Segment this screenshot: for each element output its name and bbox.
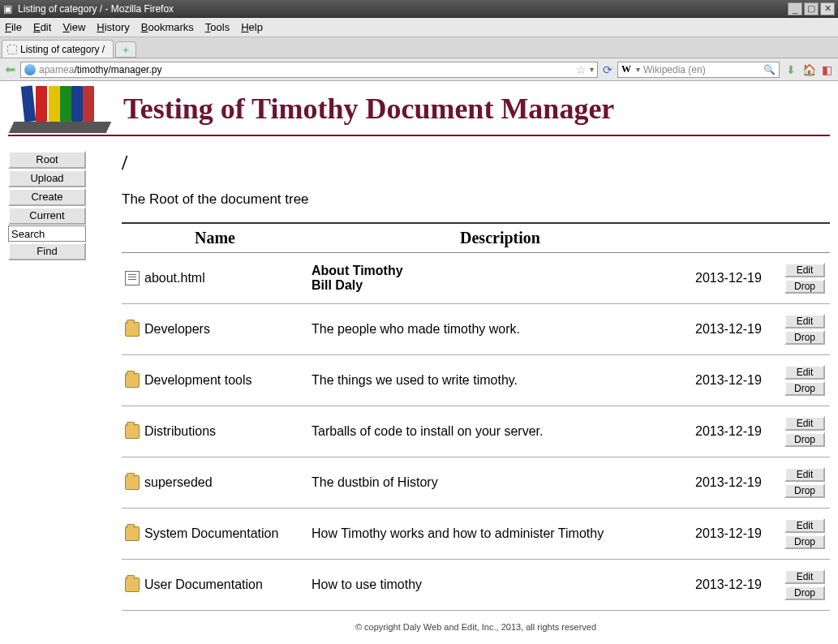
col-date — [692, 223, 781, 253]
folder-icon — [125, 577, 140, 592]
search-box[interactable]: W ▾ Wikipedia (en) 🔍 — [617, 62, 780, 78]
search-placeholder: Wikipedia (en) — [643, 64, 706, 75]
item-author: Bill Daly — [312, 278, 689, 293]
drop-button[interactable]: Drop — [784, 279, 825, 294]
edit-button[interactable]: Edit — [784, 467, 825, 482]
col-actions — [781, 223, 830, 253]
item-description: How to use timothy — [312, 577, 689, 592]
menu-tools[interactable]: Tools — [205, 21, 230, 33]
footer-copyright: © copyright Daly Web and Edit, Inc., 201… — [122, 622, 830, 632]
menu-edit[interactable]: Edit — [33, 21, 51, 33]
col-description: Description — [308, 223, 692, 253]
page-header: Testing of Timothy Document Manager — [8, 84, 830, 136]
folder-icon — [125, 322, 140, 337]
table-row: DevelopersThe people who made timothy wo… — [122, 304, 830, 355]
folder-icon — [125, 526, 140, 541]
item-description: The dustbin of History — [312, 475, 689, 490]
close-button[interactable]: ✕ — [820, 2, 835, 15]
edit-button[interactable]: Edit — [784, 263, 825, 277]
reload-button[interactable]: ⟳ — [603, 63, 612, 76]
file-icon — [125, 271, 140, 286]
tab-label: Listing of category / — [20, 44, 105, 55]
page-title: Testing of Timothy Document Manager — [123, 92, 614, 126]
folder-icon — [125, 424, 140, 439]
edit-button[interactable]: Edit — [784, 416, 825, 431]
back-button[interactable]: ⬅ — [5, 62, 15, 77]
page-favicon — [7, 45, 17, 54]
app-icon: ▣ — [3, 3, 15, 15]
menu-history[interactable]: History — [97, 21, 129, 33]
new-tab-button[interactable]: + — [115, 41, 136, 58]
upload-button[interactable]: Upload — [8, 170, 86, 187]
item-name[interactable]: System Documentation — [144, 526, 278, 541]
root-button[interactable]: Root — [8, 151, 86, 169]
drop-button[interactable]: Drop — [784, 330, 825, 345]
create-button[interactable]: Create — [8, 188, 86, 206]
category-caption: The Root of the document tree — [122, 191, 830, 208]
drop-button[interactable]: Drop — [784, 432, 825, 447]
logo-bookshelf — [11, 84, 109, 133]
item-name[interactable]: Distributions — [144, 424, 216, 439]
item-date: 2013-12-19 — [692, 560, 781, 611]
menu-help[interactable]: Help — [241, 21, 263, 33]
item-description: The people who made timothy work. — [312, 322, 689, 337]
folder-icon — [125, 373, 140, 388]
home-icon[interactable]: 🏠 — [802, 63, 815, 76]
search-input[interactable] — [8, 225, 86, 242]
current-button[interactable]: Current — [8, 207, 86, 225]
drop-button[interactable]: Drop — [784, 535, 825, 549]
edit-button[interactable]: Edit — [784, 569, 825, 584]
url-dropdown-icon[interactable]: ▾ — [590, 65, 594, 74]
menu-view[interactable]: View — [62, 21, 85, 33]
item-name[interactable]: superseded — [144, 475, 213, 490]
item-description: The things we used to write timothy. — [312, 373, 689, 388]
window-titlebar: ▣ Listing of category / - Mozilla Firefo… — [0, 0, 838, 18]
page-body: Testing of Timothy Document Manager Root… — [0, 81, 838, 640]
sidebar: Root Upload Create Current Find — [8, 151, 89, 632]
tab-bar: Listing of category / + — [0, 37, 838, 58]
url-bar[interactable]: apamea/timothy/manager.py ☆ ▾ — [20, 62, 598, 78]
site-identity-icon — [24, 64, 36, 75]
minimize-button[interactable]: _ — [788, 2, 802, 15]
edit-button[interactable]: Edit — [784, 314, 825, 328]
item-name[interactable]: about.html — [144, 271, 205, 286]
menu-bookmarks[interactable]: Bookmarks — [141, 21, 194, 33]
folder-icon — [125, 475, 140, 490]
table-row: User DocumentationHow to use timothy2013… — [122, 560, 830, 611]
bookmark-star-icon[interactable]: ☆ — [576, 63, 587, 76]
table-row: DistributionsTarballs of code to install… — [122, 406, 830, 457]
downloads-icon[interactable]: ⬇ — [784, 63, 797, 76]
drop-button[interactable]: Drop — [784, 381, 825, 396]
find-button[interactable]: Find — [8, 243, 86, 260]
edit-button[interactable]: Edit — [784, 365, 825, 380]
item-date: 2013-12-19 — [692, 509, 781, 560]
menu-bar: File Edit View History Bookmarks Tools H… — [0, 18, 838, 37]
table-row: System DocumentationHow Timothy works an… — [122, 509, 830, 560]
breadcrumb: / — [122, 151, 830, 175]
main-content: / The Root of the document tree Name Des… — [122, 151, 830, 632]
search-engine-dropdown-icon[interactable]: ▾ — [636, 65, 640, 74]
item-date: 2013-12-19 — [692, 355, 781, 406]
listing-table: Name Description about.htmlAbout Timothy… — [122, 222, 830, 611]
item-description: Tarballs of code to install on your serv… — [312, 424, 689, 439]
menu-file[interactable]: File — [5, 21, 22, 33]
addon-icon[interactable]: ◧ — [820, 63, 833, 76]
drop-button[interactable]: Drop — [784, 483, 825, 498]
table-row: about.htmlAbout TimothyBill Daly2013-12-… — [122, 253, 830, 304]
drop-button[interactable]: Drop — [784, 586, 825, 600]
item-date: 2013-12-19 — [692, 457, 781, 509]
maximize-button[interactable]: ▢ — [804, 2, 819, 15]
item-description: How Timothy works and how to administer … — [312, 526, 689, 541]
search-icon[interactable]: 🔍 — [763, 64, 776, 75]
item-description: About Timothy — [312, 264, 689, 278]
item-name[interactable]: Developers — [144, 322, 210, 337]
col-name: Name — [122, 223, 308, 253]
item-name[interactable]: User Documentation — [144, 577, 263, 592]
url-host: apamea — [39, 64, 74, 75]
item-date: 2013-12-19 — [692, 406, 781, 457]
item-name[interactable]: Development tools — [144, 373, 252, 388]
tab-current[interactable]: Listing of category / — [2, 40, 114, 58]
table-row: supersededThe dustbin of History2013-12-… — [122, 457, 830, 509]
edit-button[interactable]: Edit — [784, 518, 825, 533]
table-row: Development toolsThe things we used to w… — [122, 355, 830, 406]
